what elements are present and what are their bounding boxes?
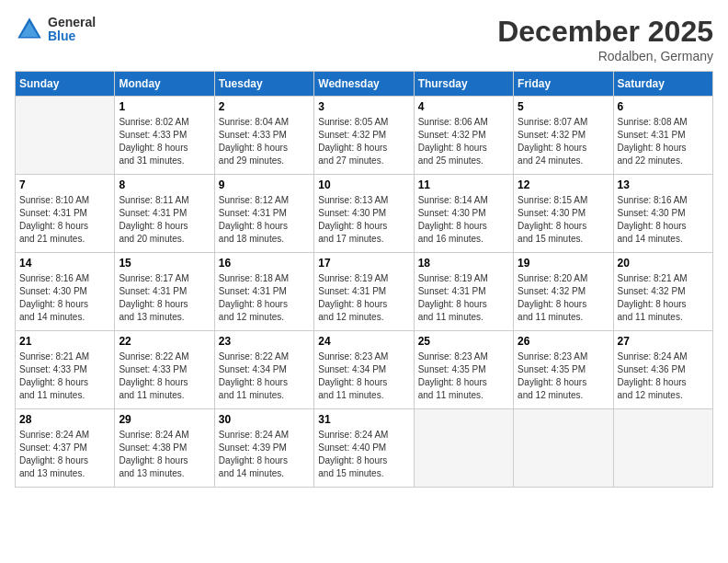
day-info: Sunrise: 8:19 AM Sunset: 4:31 PM Dayligh… xyxy=(318,272,409,324)
col-header-monday: Monday xyxy=(115,72,214,97)
day-number: 2 xyxy=(219,100,310,113)
calendar-cell: 7Sunrise: 8:10 AM Sunset: 4:31 PM Daylig… xyxy=(16,175,115,253)
calendar-cell: 8Sunrise: 8:11 AM Sunset: 4:31 PM Daylig… xyxy=(115,175,214,253)
calendar-cell xyxy=(514,409,613,488)
day-number: 29 xyxy=(119,413,210,426)
week-row-3: 21Sunrise: 8:21 AM Sunset: 4:33 PM Dayli… xyxy=(16,331,713,409)
day-info: Sunrise: 8:21 AM Sunset: 4:33 PM Dayligh… xyxy=(19,350,110,402)
day-number: 22 xyxy=(119,335,210,348)
logo-general: General xyxy=(48,16,96,29)
logo-text: General Blue xyxy=(48,16,96,44)
col-header-wednesday: Wednesday xyxy=(314,72,414,97)
calendar-cell: 30Sunrise: 8:24 AM Sunset: 4:39 PM Dayli… xyxy=(214,409,313,488)
day-info: Sunrise: 8:23 AM Sunset: 4:35 PM Dayligh… xyxy=(418,350,509,402)
day-number: 10 xyxy=(318,178,409,191)
day-number: 4 xyxy=(418,100,509,113)
day-number: 8 xyxy=(119,178,210,191)
day-info: Sunrise: 8:20 AM Sunset: 4:32 PM Dayligh… xyxy=(518,272,609,324)
day-info: Sunrise: 8:19 AM Sunset: 4:31 PM Dayligh… xyxy=(418,272,509,324)
calendar-cell: 14Sunrise: 8:16 AM Sunset: 4:30 PM Dayli… xyxy=(16,253,115,331)
calendar-cell xyxy=(613,409,712,488)
calendar-cell: 29Sunrise: 8:24 AM Sunset: 4:38 PM Dayli… xyxy=(115,409,214,488)
calendar-cell xyxy=(414,409,513,488)
day-number: 30 xyxy=(219,413,310,426)
day-info: Sunrise: 8:22 AM Sunset: 4:33 PM Dayligh… xyxy=(119,350,210,402)
day-number: 19 xyxy=(518,257,609,270)
calendar-cell: 27Sunrise: 8:24 AM Sunset: 4:36 PM Dayli… xyxy=(613,331,712,409)
day-info: Sunrise: 8:18 AM Sunset: 4:31 PM Dayligh… xyxy=(219,272,310,324)
day-number: 5 xyxy=(518,100,609,113)
day-number: 25 xyxy=(418,335,509,348)
calendar-header-row: SundayMondayTuesdayWednesdayThursdayFrid… xyxy=(16,72,713,97)
day-info: Sunrise: 8:16 AM Sunset: 4:30 PM Dayligh… xyxy=(19,272,110,324)
calendar-cell: 9Sunrise: 8:12 AM Sunset: 4:31 PM Daylig… xyxy=(214,175,313,253)
day-info: Sunrise: 8:14 AM Sunset: 4:30 PM Dayligh… xyxy=(418,194,509,246)
calendar-cell: 20Sunrise: 8:21 AM Sunset: 4:32 PM Dayli… xyxy=(613,253,712,331)
day-info: Sunrise: 8:04 AM Sunset: 4:33 PM Dayligh… xyxy=(219,116,310,167)
month-title: December 2025 xyxy=(497,15,713,49)
calendar-cell: 17Sunrise: 8:19 AM Sunset: 4:31 PM Dayli… xyxy=(314,253,414,331)
week-row-0: 1Sunrise: 8:02 AM Sunset: 4:33 PM Daylig… xyxy=(16,97,713,175)
calendar-cell: 24Sunrise: 8:23 AM Sunset: 4:34 PM Dayli… xyxy=(314,331,414,409)
week-row-2: 14Sunrise: 8:16 AM Sunset: 4:30 PM Dayli… xyxy=(16,253,713,331)
day-info: Sunrise: 8:21 AM Sunset: 4:32 PM Dayligh… xyxy=(618,272,709,324)
day-number: 15 xyxy=(119,257,210,270)
day-number: 23 xyxy=(219,335,310,348)
calendar-cell: 4Sunrise: 8:06 AM Sunset: 4:32 PM Daylig… xyxy=(414,97,513,175)
day-info: Sunrise: 8:05 AM Sunset: 4:32 PM Dayligh… xyxy=(318,116,409,167)
col-header-saturday: Saturday xyxy=(613,72,712,97)
day-info: Sunrise: 8:24 AM Sunset: 4:39 PM Dayligh… xyxy=(219,429,310,480)
logo-icon xyxy=(15,15,44,44)
page-header: General Blue December 2025 Rodalben, Ger… xyxy=(15,15,713,63)
day-info: Sunrise: 8:12 AM Sunset: 4:31 PM Dayligh… xyxy=(219,194,310,246)
col-header-sunday: Sunday xyxy=(16,72,115,97)
logo-blue: Blue xyxy=(48,29,96,43)
calendar-cell: 15Sunrise: 8:17 AM Sunset: 4:31 PM Dayli… xyxy=(115,253,214,331)
day-number: 24 xyxy=(318,335,409,348)
day-number: 27 xyxy=(618,335,709,348)
day-info: Sunrise: 8:02 AM Sunset: 4:33 PM Dayligh… xyxy=(119,116,210,167)
calendar-cell: 3Sunrise: 8:05 AM Sunset: 4:32 PM Daylig… xyxy=(314,97,414,175)
day-number: 18 xyxy=(418,257,509,270)
col-header-thursday: Thursday xyxy=(414,72,513,97)
calendar-cell: 12Sunrise: 8:15 AM Sunset: 4:30 PM Dayli… xyxy=(514,175,613,253)
calendar-cell: 13Sunrise: 8:16 AM Sunset: 4:30 PM Dayli… xyxy=(613,175,712,253)
day-number: 12 xyxy=(518,178,609,191)
day-info: Sunrise: 8:06 AM Sunset: 4:32 PM Dayligh… xyxy=(418,116,509,167)
day-number: 20 xyxy=(618,257,709,270)
calendar-cell: 22Sunrise: 8:22 AM Sunset: 4:33 PM Dayli… xyxy=(115,331,214,409)
day-number: 3 xyxy=(318,100,409,113)
day-info: Sunrise: 8:23 AM Sunset: 4:35 PM Dayligh… xyxy=(518,350,609,402)
day-info: Sunrise: 8:24 AM Sunset: 4:40 PM Dayligh… xyxy=(318,429,409,480)
calendar-cell: 5Sunrise: 8:07 AM Sunset: 4:32 PM Daylig… xyxy=(514,97,613,175)
day-number: 7 xyxy=(19,178,110,191)
calendar-cell: 21Sunrise: 8:21 AM Sunset: 4:33 PM Dayli… xyxy=(16,331,115,409)
calendar-table: SundayMondayTuesdayWednesdayThursdayFrid… xyxy=(15,71,713,488)
calendar-cell: 23Sunrise: 8:22 AM Sunset: 4:34 PM Dayli… xyxy=(214,331,313,409)
day-info: Sunrise: 8:10 AM Sunset: 4:31 PM Dayligh… xyxy=(19,194,110,246)
calendar-cell: 11Sunrise: 8:14 AM Sunset: 4:30 PM Dayli… xyxy=(414,175,513,253)
col-header-friday: Friday xyxy=(514,72,613,97)
day-number: 1 xyxy=(119,100,210,113)
day-info: Sunrise: 8:22 AM Sunset: 4:34 PM Dayligh… xyxy=(219,350,310,402)
day-info: Sunrise: 8:15 AM Sunset: 4:30 PM Dayligh… xyxy=(518,194,609,246)
day-info: Sunrise: 8:17 AM Sunset: 4:31 PM Dayligh… xyxy=(119,272,210,324)
calendar-cell: 28Sunrise: 8:24 AM Sunset: 4:37 PM Dayli… xyxy=(16,409,115,488)
calendar-cell xyxy=(16,97,115,175)
day-info: Sunrise: 8:07 AM Sunset: 4:32 PM Dayligh… xyxy=(518,116,609,167)
calendar-cell: 16Sunrise: 8:18 AM Sunset: 4:31 PM Dayli… xyxy=(214,253,313,331)
logo: General Blue xyxy=(15,15,96,44)
day-info: Sunrise: 8:16 AM Sunset: 4:30 PM Dayligh… xyxy=(618,194,709,246)
week-row-1: 7Sunrise: 8:10 AM Sunset: 4:31 PM Daylig… xyxy=(16,175,713,253)
day-info: Sunrise: 8:11 AM Sunset: 4:31 PM Dayligh… xyxy=(119,194,210,246)
location: Rodalben, Germany xyxy=(497,49,713,63)
day-number: 31 xyxy=(318,413,409,426)
day-info: Sunrise: 8:24 AM Sunset: 4:36 PM Dayligh… xyxy=(618,350,709,402)
calendar-cell: 2Sunrise: 8:04 AM Sunset: 4:33 PM Daylig… xyxy=(214,97,313,175)
day-number: 11 xyxy=(418,178,509,191)
day-number: 14 xyxy=(19,257,110,270)
day-info: Sunrise: 8:24 AM Sunset: 4:37 PM Dayligh… xyxy=(19,429,110,480)
week-row-4: 28Sunrise: 8:24 AM Sunset: 4:37 PM Dayli… xyxy=(16,409,713,488)
calendar-cell: 18Sunrise: 8:19 AM Sunset: 4:31 PM Dayli… xyxy=(414,253,513,331)
calendar-cell: 19Sunrise: 8:20 AM Sunset: 4:32 PM Dayli… xyxy=(514,253,613,331)
